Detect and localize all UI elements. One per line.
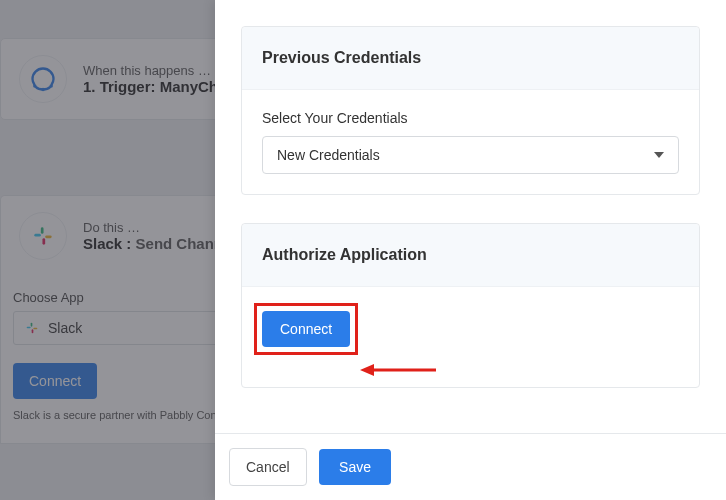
connect-button[interactable]: Connect [262, 311, 350, 347]
credentials-select[interactable]: New Credentials [262, 136, 679, 174]
credentials-select-value: New Credentials [277, 147, 380, 163]
panel-footer: Cancel Save [215, 433, 726, 500]
previous-credentials-card: Previous Credentials Select Your Credent… [241, 26, 700, 195]
authorize-application-title: Authorize Application [242, 224, 699, 287]
authorize-application-card: Authorize Application Connect [241, 223, 700, 388]
chevron-down-icon [654, 152, 664, 158]
credentials-panel: Previous Credentials Select Your Credent… [215, 0, 726, 500]
cancel-button[interactable]: Cancel [229, 448, 307, 486]
save-button[interactable]: Save [319, 449, 391, 485]
select-credentials-label: Select Your Credentials [262, 110, 679, 126]
previous-credentials-title: Previous Credentials [242, 27, 699, 90]
